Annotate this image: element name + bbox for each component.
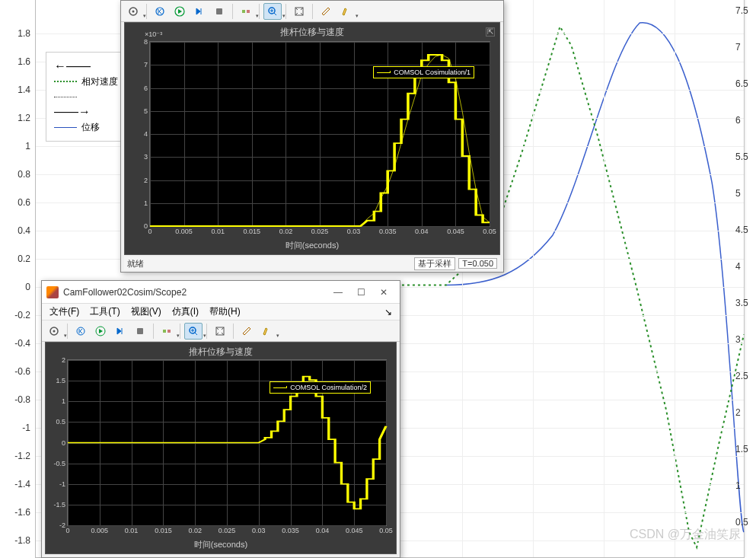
scope-window-1[interactable]: 推杆位移与速度 ×10⁻³ ⇱ 87654321000.0050.010.015… bbox=[120, 0, 504, 273]
settings-button[interactable] bbox=[124, 3, 142, 20]
scope-legend-2: COMSOL Cosimulation/2 bbox=[270, 381, 371, 394]
toolbar-1 bbox=[121, 1, 503, 22]
svg-rect-4 bbox=[216, 8, 222, 14]
step-back-button[interactable] bbox=[151, 3, 169, 20]
svg-point-1 bbox=[132, 10, 135, 12]
statusbar-1: 就绪 基于采样 T=0.050 bbox=[124, 257, 500, 270]
window-title-2: CamFollower02Cosim/Scope2 bbox=[63, 287, 327, 298]
menu-view[interactable]: 视图(V) bbox=[126, 304, 166, 320]
plot-area-2[interactable]: 推杆位移与速度 21.510.50-0.5-1-1.5-200.0050.010… bbox=[45, 342, 397, 554]
highlight-button-2[interactable] bbox=[257, 323, 276, 340]
legend-disp-line bbox=[54, 127, 77, 128]
trigger-button[interactable] bbox=[237, 3, 255, 20]
plot-canvas-2[interactable]: 21.510.50-0.5-1-1.5-200.0050.010.0150.02… bbox=[67, 359, 387, 526]
plot-area-1[interactable]: 推杆位移与速度 ×10⁻³ ⇱ 87654321000.0050.010.015… bbox=[124, 22, 500, 255]
step-back-button-2[interactable] bbox=[72, 323, 90, 340]
arrow-left-icon bbox=[54, 59, 91, 73]
menu-help[interactable]: 帮助(H) bbox=[205, 304, 245, 320]
status-sample-1: 基于采样 bbox=[414, 257, 455, 270]
minimize-button[interactable]: — bbox=[327, 282, 349, 302]
trigger-button-2[interactable] bbox=[158, 323, 176, 340]
svg-rect-5 bbox=[242, 10, 245, 13]
y-exponent-1: ×10⁻³ bbox=[145, 30, 162, 38]
matlab-icon bbox=[46, 286, 59, 298]
x-label-2: 时间(seconds) bbox=[46, 539, 396, 550]
restore-icon-1[interactable]: ⇱ bbox=[486, 27, 495, 37]
titlebar-2[interactable]: CamFollower02Cosim/Scope2 — ☐ ✕ bbox=[42, 281, 400, 304]
svg-rect-13 bbox=[137, 328, 143, 334]
menubar-2: 文件(F) 工具(T) 视图(V) 仿真(I) 帮助(H) ↘ bbox=[42, 304, 400, 320]
close-button[interactable]: ✕ bbox=[372, 282, 395, 302]
zoom-in-button-2[interactable] bbox=[184, 323, 203, 340]
highlight-button[interactable] bbox=[337, 3, 355, 20]
zoom-in-button[interactable] bbox=[263, 3, 282, 20]
x-label-1: 时间(seconds) bbox=[125, 240, 499, 251]
autoscale-button[interactable] bbox=[290, 3, 308, 20]
scope-legend-1-label: COMSOL Cosimulation/1 bbox=[394, 69, 471, 76]
settings-button-2[interactable] bbox=[45, 323, 63, 340]
plot-canvas-1[interactable]: 87654321000.0050.010.0150.020.0250.030.0… bbox=[149, 41, 490, 227]
stop-button[interactable] bbox=[210, 3, 228, 20]
bg-legend: 相对速度 位移 bbox=[46, 52, 126, 142]
stop-button-2[interactable] bbox=[131, 323, 149, 340]
legend-disp-label: 位移 bbox=[81, 121, 100, 134]
legend-vel-label: 相对速度 bbox=[81, 75, 118, 88]
plot-title-1: 推杆位移与速度 bbox=[125, 23, 499, 42]
legend-line-icon bbox=[377, 72, 391, 73]
measure-button[interactable] bbox=[317, 3, 335, 20]
scope-window-2[interactable]: CamFollower02Cosim/Scope2 — ☐ ✕ 文件(F) 工具… bbox=[41, 280, 400, 558]
svg-point-2 bbox=[156, 8, 164, 15]
measure-button-2[interactable] bbox=[238, 323, 256, 340]
menu-tools[interactable]: 工具(T) bbox=[85, 304, 124, 320]
svg-rect-14 bbox=[163, 330, 166, 333]
toolbar-2 bbox=[42, 320, 400, 342]
scope-legend-1: COMSOL Cosimulation/1 bbox=[373, 66, 474, 78]
step-fwd-button-2[interactable] bbox=[111, 323, 129, 340]
svg-point-10 bbox=[53, 330, 56, 332]
autoscale-button-2[interactable] bbox=[211, 323, 229, 340]
play-button-2[interactable] bbox=[91, 323, 110, 340]
play-button[interactable] bbox=[171, 3, 189, 20]
legend-line-icon-2 bbox=[273, 387, 287, 388]
scope-legend-2-label: COMSOL Cosimulation/2 bbox=[290, 384, 367, 391]
svg-rect-15 bbox=[167, 330, 171, 333]
menu-more-icon[interactable]: ↘ bbox=[380, 307, 397, 317]
svg-rect-6 bbox=[247, 10, 250, 13]
watermark: CSDN @万金油笑尿 bbox=[630, 527, 741, 543]
status-ready-1: 就绪 bbox=[127, 258, 411, 269]
legend-vel-line bbox=[54, 81, 77, 82]
legend-sep-line bbox=[54, 97, 77, 97]
maximize-button[interactable]: ☐ bbox=[349, 282, 372, 302]
step-fwd-button[interactable] bbox=[190, 3, 209, 20]
arrow-right-icon bbox=[54, 105, 91, 119]
menu-sim[interactable]: 仿真(I) bbox=[167, 304, 203, 320]
svg-point-11 bbox=[77, 327, 85, 335]
status-time-1: T=0.050 bbox=[458, 258, 497, 269]
menu-file[interactable]: 文件(F) bbox=[45, 304, 84, 320]
